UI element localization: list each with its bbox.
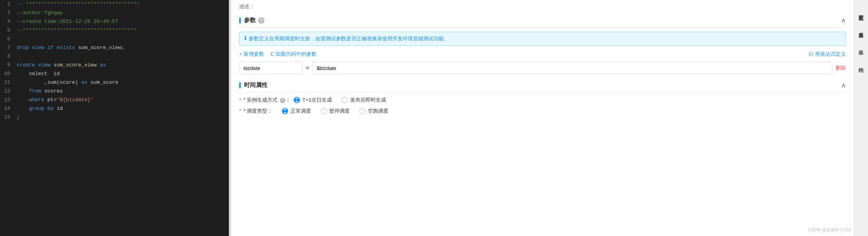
radio-dryrun-circle — [359, 108, 366, 114]
code-line-12: 12 from scores — [0, 87, 229, 96]
params-collapse-icon[interactable]: ∧ — [841, 17, 846, 24]
description-label: 描述： — [239, 3, 255, 10]
code-line-7: 7 drop view if exists sum_score_view; — [0, 43, 229, 52]
right-sidebar: 度量配置 血缘关系 版本 结构 — [854, 0, 868, 236]
code-editor: 2 -- ***********************************… — [0, 0, 229, 236]
sidebar-item-lineage[interactable]: 血缘关系 — [858, 25, 865, 32]
instance-help-icon[interactable]: ? — [280, 98, 285, 103]
sidebar-item-structure[interactable]: 结构 — [858, 60, 865, 66]
radio-t1-next-day[interactable]: T+1次日生成 — [294, 96, 332, 104]
radio-publish-circle — [341, 97, 348, 103]
info-circle-icon: ℹ — [244, 35, 246, 41]
code-line-8: 8 — [0, 52, 229, 61]
code-line-3: 3 --author:fghqwy — [0, 9, 229, 17]
params-section-title: 参数 ? — [239, 17, 264, 24]
params-info-box: ℹ 参数定义在周期调度时生效，如需测试参数是否正确替换请使用开发环境冒烟测试功能… — [239, 32, 846, 46]
instance-generation-row: * * 实例生成方式 ?： T+1次日生成 发布后即时生成 — [239, 96, 846, 104]
delete-param-button[interactable]: 删除 — [836, 64, 846, 72]
param-toolbar: + 新增参数 C 加载代码中的参数 ⟨/⟩ 用表达式定义 — [239, 51, 846, 58]
radio-publish-immediate[interactable]: 发布后即时生成 — [341, 96, 386, 104]
description-row: 描述： — [239, 3, 846, 10]
radio-pause-circle — [321, 108, 327, 114]
code-line-11: 11 ,sum(score) as sum_score — [0, 78, 229, 87]
radio-t1-circle — [294, 97, 300, 103]
param-equals-sign: = — [306, 64, 309, 72]
sidebar-item-metric-config[interactable]: 度量配置 — [858, 8, 865, 14]
expr-define-button[interactable]: ⟨/⟩ 用表达式定义 — [808, 51, 846, 58]
radio-normal-schedule[interactable]: 正常调度 — [282, 108, 311, 115]
radio-normal-circle — [282, 108, 288, 114]
param-name-input[interactable] — [239, 62, 302, 74]
time-section-header: 时间属性 ∧ — [239, 77, 846, 93]
code-line-15: 15 ; — [0, 113, 229, 122]
time-collapse-icon[interactable]: ∧ — [841, 81, 846, 89]
params-help-icon[interactable]: ? — [258, 17, 264, 24]
code-line-10: 10 select id — [0, 70, 229, 78]
param-value-input[interactable] — [312, 62, 832, 74]
code-line-5: 5 --************************************… — [0, 26, 229, 35]
load-param-button[interactable]: C 加载代码中的参数 — [270, 51, 317, 58]
schedule-label: * * 调度类型： — [239, 108, 279, 115]
schedule-type-row: * * 调度类型： 正常调度 暂停调度 空跑调度 — [239, 108, 846, 115]
code-line-4: 4 --create time:2021-12-20 20:49:57 — [0, 17, 229, 26]
sidebar-item-version[interactable]: 版本 — [858, 43, 865, 49]
watermark: CSDN @韭菜炸子123 — [808, 227, 851, 233]
add-param-button[interactable]: + 新增参数 — [239, 51, 264, 58]
code-line-6: 6 — [0, 35, 229, 43]
time-section: 时间属性 ∧ * * 实例生成方式 ?： T+1次日生成 发布后即 — [239, 77, 846, 115]
code-line-9: 9 create view sum_score_view as — [0, 61, 229, 70]
params-section-header: 参数 ? ∧ — [239, 13, 846, 28]
code-line-2: 2 -- ***********************************… — [0, 0, 229, 9]
instance-radio-group: T+1次日生成 发布后即时生成 — [294, 96, 386, 104]
code-line-14: 14 group by id — [0, 104, 229, 113]
param-row: = 删除 — [239, 62, 846, 74]
schedule-radio-group: 正常调度 暂停调度 空跑调度 — [282, 108, 388, 115]
code-line-13: 13 where pt='${bizdate}' — [0, 96, 229, 104]
time-section-title: 时间属性 — [239, 81, 268, 89]
right-panel: 描述： 参数 ? ∧ ℹ 参数定义在周期调度时生效，如需测试参数是否正确替换请使… — [231, 0, 854, 236]
instance-label: * * 实例生成方式 ?： — [239, 96, 291, 104]
radio-dry-run-schedule[interactable]: 空跑调度 — [359, 108, 388, 115]
radio-pause-schedule[interactable]: 暂停调度 — [321, 108, 350, 115]
param-toolbar-left: + 新增参数 C 加载代码中的参数 — [239, 51, 317, 58]
